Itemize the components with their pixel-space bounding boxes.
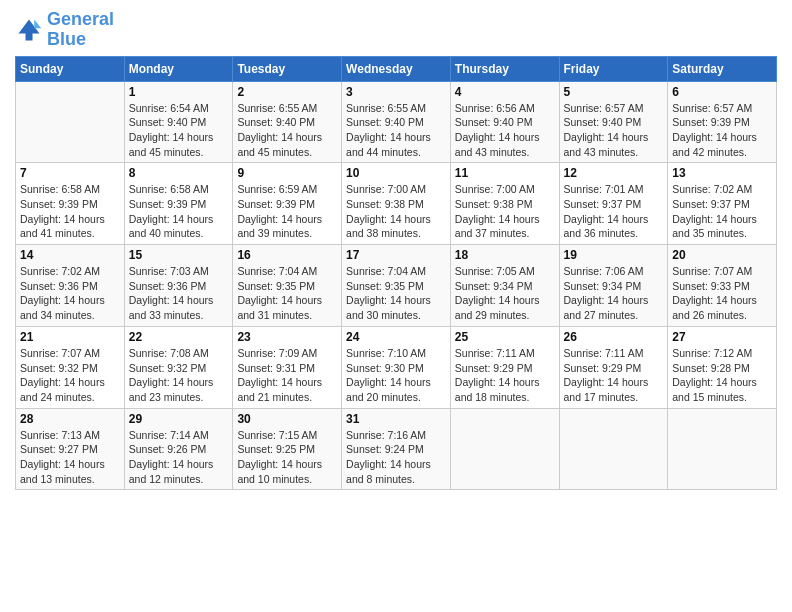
weekday-header-saturday: Saturday (668, 56, 777, 81)
calendar-cell: 8Sunrise: 6:58 AMSunset: 9:39 PMDaylight… (124, 163, 233, 245)
weekday-header-wednesday: Wednesday (342, 56, 451, 81)
day-number: 4 (455, 85, 555, 99)
day-info: Sunrise: 7:13 AMSunset: 9:27 PMDaylight:… (20, 428, 120, 487)
calendar-cell (16, 81, 125, 163)
calendar-cell: 6Sunrise: 6:57 AMSunset: 9:39 PMDaylight… (668, 81, 777, 163)
day-number: 5 (564, 85, 664, 99)
day-info: Sunrise: 7:00 AMSunset: 9:38 PMDaylight:… (455, 182, 555, 241)
day-info: Sunrise: 7:02 AMSunset: 9:36 PMDaylight:… (20, 264, 120, 323)
day-info: Sunrise: 6:57 AMSunset: 9:39 PMDaylight:… (672, 101, 772, 160)
day-info: Sunrise: 7:04 AMSunset: 9:35 PMDaylight:… (346, 264, 446, 323)
day-number: 21 (20, 330, 120, 344)
calendar-cell: 3Sunrise: 6:55 AMSunset: 9:40 PMDaylight… (342, 81, 451, 163)
day-number: 31 (346, 412, 446, 426)
day-number: 2 (237, 85, 337, 99)
day-info: Sunrise: 7:12 AMSunset: 9:28 PMDaylight:… (672, 346, 772, 405)
weekday-header-thursday: Thursday (450, 56, 559, 81)
calendar-cell: 28Sunrise: 7:13 AMSunset: 9:27 PMDayligh… (16, 408, 125, 490)
calendar-cell: 7Sunrise: 6:58 AMSunset: 9:39 PMDaylight… (16, 163, 125, 245)
logo-icon (15, 16, 43, 44)
svg-marker-1 (34, 19, 41, 28)
calendar-cell: 22Sunrise: 7:08 AMSunset: 9:32 PMDayligh… (124, 326, 233, 408)
day-info: Sunrise: 6:54 AMSunset: 9:40 PMDaylight:… (129, 101, 229, 160)
day-info: Sunrise: 7:03 AMSunset: 9:36 PMDaylight:… (129, 264, 229, 323)
day-number: 24 (346, 330, 446, 344)
calendar-cell: 5Sunrise: 6:57 AMSunset: 9:40 PMDaylight… (559, 81, 668, 163)
logo: General Blue (15, 10, 114, 50)
calendar-cell: 26Sunrise: 7:11 AMSunset: 9:29 PMDayligh… (559, 326, 668, 408)
day-info: Sunrise: 7:00 AMSunset: 9:38 PMDaylight:… (346, 182, 446, 241)
day-info: Sunrise: 7:06 AMSunset: 9:34 PMDaylight:… (564, 264, 664, 323)
calendar-cell (559, 408, 668, 490)
day-number: 7 (20, 166, 120, 180)
calendar-cell: 24Sunrise: 7:10 AMSunset: 9:30 PMDayligh… (342, 326, 451, 408)
day-number: 28 (20, 412, 120, 426)
day-info: Sunrise: 7:07 AMSunset: 9:32 PMDaylight:… (20, 346, 120, 405)
day-number: 3 (346, 85, 446, 99)
calendar-cell: 17Sunrise: 7:04 AMSunset: 9:35 PMDayligh… (342, 245, 451, 327)
day-info: Sunrise: 7:11 AMSunset: 9:29 PMDaylight:… (455, 346, 555, 405)
day-number: 9 (237, 166, 337, 180)
day-info: Sunrise: 6:59 AMSunset: 9:39 PMDaylight:… (237, 182, 337, 241)
day-number: 25 (455, 330, 555, 344)
calendar-cell: 2Sunrise: 6:55 AMSunset: 9:40 PMDaylight… (233, 81, 342, 163)
day-number: 16 (237, 248, 337, 262)
day-number: 17 (346, 248, 446, 262)
calendar-cell: 14Sunrise: 7:02 AMSunset: 9:36 PMDayligh… (16, 245, 125, 327)
day-info: Sunrise: 6:57 AMSunset: 9:40 PMDaylight:… (564, 101, 664, 160)
day-info: Sunrise: 7:04 AMSunset: 9:35 PMDaylight:… (237, 264, 337, 323)
day-number: 12 (564, 166, 664, 180)
day-number: 10 (346, 166, 446, 180)
weekday-header-tuesday: Tuesday (233, 56, 342, 81)
day-number: 11 (455, 166, 555, 180)
weekday-header-monday: Monday (124, 56, 233, 81)
day-number: 20 (672, 248, 772, 262)
calendar-cell: 15Sunrise: 7:03 AMSunset: 9:36 PMDayligh… (124, 245, 233, 327)
calendar-cell: 10Sunrise: 7:00 AMSunset: 9:38 PMDayligh… (342, 163, 451, 245)
day-number: 19 (564, 248, 664, 262)
calendar-cell: 18Sunrise: 7:05 AMSunset: 9:34 PMDayligh… (450, 245, 559, 327)
logo-text: General Blue (47, 10, 114, 50)
calendar-cell: 30Sunrise: 7:15 AMSunset: 9:25 PMDayligh… (233, 408, 342, 490)
calendar-cell: 19Sunrise: 7:06 AMSunset: 9:34 PMDayligh… (559, 245, 668, 327)
day-info: Sunrise: 6:58 AMSunset: 9:39 PMDaylight:… (20, 182, 120, 241)
day-number: 18 (455, 248, 555, 262)
calendar-table: SundayMondayTuesdayWednesdayThursdayFrid… (15, 56, 777, 491)
day-number: 26 (564, 330, 664, 344)
day-info: Sunrise: 7:10 AMSunset: 9:30 PMDaylight:… (346, 346, 446, 405)
day-info: Sunrise: 6:55 AMSunset: 9:40 PMDaylight:… (346, 101, 446, 160)
calendar-cell: 23Sunrise: 7:09 AMSunset: 9:31 PMDayligh… (233, 326, 342, 408)
calendar-cell: 11Sunrise: 7:00 AMSunset: 9:38 PMDayligh… (450, 163, 559, 245)
day-number: 30 (237, 412, 337, 426)
day-info: Sunrise: 6:55 AMSunset: 9:40 PMDaylight:… (237, 101, 337, 160)
day-info: Sunrise: 7:07 AMSunset: 9:33 PMDaylight:… (672, 264, 772, 323)
day-info: Sunrise: 7:02 AMSunset: 9:37 PMDaylight:… (672, 182, 772, 241)
calendar-cell: 25Sunrise: 7:11 AMSunset: 9:29 PMDayligh… (450, 326, 559, 408)
calendar-cell: 12Sunrise: 7:01 AMSunset: 9:37 PMDayligh… (559, 163, 668, 245)
calendar-cell (668, 408, 777, 490)
day-number: 8 (129, 166, 229, 180)
calendar-cell: 13Sunrise: 7:02 AMSunset: 9:37 PMDayligh… (668, 163, 777, 245)
weekday-header-friday: Friday (559, 56, 668, 81)
day-number: 15 (129, 248, 229, 262)
day-info: Sunrise: 7:15 AMSunset: 9:25 PMDaylight:… (237, 428, 337, 487)
day-info: Sunrise: 7:11 AMSunset: 9:29 PMDaylight:… (564, 346, 664, 405)
day-info: Sunrise: 7:01 AMSunset: 9:37 PMDaylight:… (564, 182, 664, 241)
day-number: 29 (129, 412, 229, 426)
calendar-cell: 21Sunrise: 7:07 AMSunset: 9:32 PMDayligh… (16, 326, 125, 408)
weekday-header-sunday: Sunday (16, 56, 125, 81)
day-number: 27 (672, 330, 772, 344)
page-header: General Blue (15, 10, 777, 50)
day-number: 6 (672, 85, 772, 99)
calendar-cell: 31Sunrise: 7:16 AMSunset: 9:24 PMDayligh… (342, 408, 451, 490)
calendar-cell: 29Sunrise: 7:14 AMSunset: 9:26 PMDayligh… (124, 408, 233, 490)
calendar-cell: 4Sunrise: 6:56 AMSunset: 9:40 PMDaylight… (450, 81, 559, 163)
day-number: 1 (129, 85, 229, 99)
day-number: 22 (129, 330, 229, 344)
day-info: Sunrise: 7:14 AMSunset: 9:26 PMDaylight:… (129, 428, 229, 487)
calendar-cell (450, 408, 559, 490)
day-info: Sunrise: 7:09 AMSunset: 9:31 PMDaylight:… (237, 346, 337, 405)
day-info: Sunrise: 6:56 AMSunset: 9:40 PMDaylight:… (455, 101, 555, 160)
calendar-cell: 27Sunrise: 7:12 AMSunset: 9:28 PMDayligh… (668, 326, 777, 408)
calendar-cell: 9Sunrise: 6:59 AMSunset: 9:39 PMDaylight… (233, 163, 342, 245)
